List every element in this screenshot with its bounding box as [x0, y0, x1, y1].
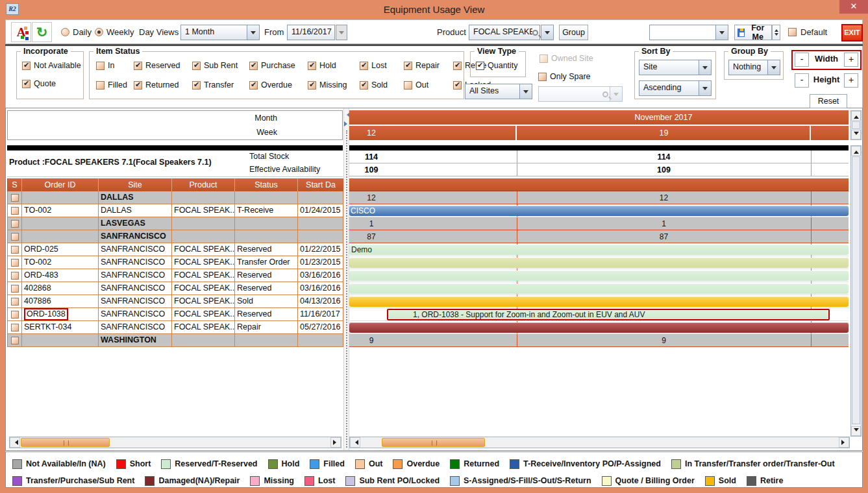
chevron-down-icon[interactable]	[519, 84, 532, 99]
scroll-right-icon[interactable]	[330, 437, 341, 448]
gantt-bar-transfer[interactable]	[349, 258, 849, 268]
chevron-down-icon[interactable]	[715, 25, 728, 40]
default-checkbox[interactable]	[788, 28, 797, 36]
status-missing[interactable]: Missing	[308, 80, 354, 90]
left-horizontal-scrollbar[interactable]	[9, 437, 341, 448]
sort-direction-select[interactable]: Ascending	[639, 80, 712, 96]
height-plus-button[interactable]: +	[844, 73, 858, 88]
gantt-row[interactable]	[349, 295, 849, 308]
checkbox-reserved[interactable]	[134, 62, 142, 70]
table-row-ord-025[interactable]: ORD-025SANFRANCISCOFOCAL SPEAK...Reserve…	[7, 243, 343, 256]
gantt-bar-reserved[interactable]	[349, 283, 849, 294]
gantt-bar-reserved[interactable]	[349, 271, 849, 281]
row-checkbox[interactable]	[11, 233, 19, 241]
right-horizontal-scrollbar[interactable]	[349, 437, 850, 448]
gantt-row[interactable]: 8787	[349, 230, 849, 243]
row-checkbox[interactable]	[11, 272, 19, 280]
checkbox-missing[interactable]	[308, 81, 316, 90]
gantt-bar-repair[interactable]	[349, 322, 849, 333]
incorporate-not-available[interactable]: Not Available	[22, 61, 81, 70]
chevron-down-icon[interactable]	[767, 60, 780, 75]
saved-view-select[interactable]	[649, 25, 728, 40]
checkbox-lost[interactable]	[360, 62, 368, 70]
status-reserved[interactable]: Reserved	[134, 61, 187, 70]
weekly-radio[interactable]	[95, 28, 103, 36]
row-checkbox[interactable]	[11, 194, 19, 202]
checkbox-sold[interactable]	[360, 81, 368, 90]
group-row-washington[interactable]: WASHINGTON	[7, 334, 343, 347]
day-views-select[interactable]: 1 Month	[180, 25, 260, 40]
format-color-button[interactable]: A	[11, 22, 31, 42]
scroll-left-icon[interactable]	[350, 437, 360, 448]
checkbox-locked[interactable]	[453, 81, 462, 90]
checkbox-repair[interactable]	[404, 62, 412, 70]
gantt-row[interactable]: 1212	[349, 191, 849, 204]
gantt-row[interactable]	[349, 282, 849, 295]
gantt-row[interactable]: 11	[349, 217, 849, 230]
status-transfer[interactable]: Transfer	[192, 80, 244, 90]
row-checkbox[interactable]	[11, 285, 19, 293]
vertical-splitter[interactable]	[343, 108, 349, 450]
scrollbar-thumb[interactable]	[382, 438, 485, 447]
scroll-left-icon[interactable]	[10, 437, 20, 448]
row-checkbox[interactable]	[11, 207, 19, 215]
status-overdue[interactable]: Overdue	[249, 80, 303, 90]
row-checkbox[interactable]	[11, 246, 19, 254]
status-sub-rent[interactable]: Sub Rent	[192, 61, 244, 70]
scrollbar-thumb[interactable]	[852, 156, 860, 424]
checkbox-purchase[interactable]	[249, 62, 258, 70]
checkbox-only-spare[interactable]	[538, 73, 547, 81]
exit-button[interactable]: EXIT	[841, 24, 863, 42]
product-dropdown[interactable]	[541, 25, 554, 40]
col-product[interactable]: Product	[172, 178, 235, 191]
group-by-select[interactable]: Nothing	[728, 60, 780, 75]
row-checkbox[interactable]	[11, 298, 19, 306]
checkbox-returned[interactable]	[134, 81, 142, 90]
reset-button[interactable]: Reset	[810, 94, 847, 108]
status-out[interactable]: Out	[404, 80, 448, 90]
checkbox-transfer[interactable]	[192, 81, 201, 90]
gantt-bar-reserved[interactable]: 1, ORD-1038 - Support for Zoom-in and Zo…	[387, 309, 830, 320]
table-row-ord-483[interactable]: ORD-483SANFRANCISCOFOCAL SPEAK...Reserve…	[7, 269, 343, 282]
gantt-bar-reserved[interactable]: Demo	[349, 245, 849, 255]
scroll-up-icon[interactable]	[851, 146, 861, 156]
checkbox-filled[interactable]	[96, 81, 105, 90]
status-in[interactable]: In	[96, 61, 129, 70]
gantt-row[interactable]: 99	[349, 334, 849, 347]
row-checkbox[interactable]	[11, 220, 19, 228]
chevron-down-icon[interactable]	[699, 81, 711, 95]
close-icon[interactable]: ✕	[839, 0, 868, 14]
gantt-bar-sold[interactable]	[349, 296, 849, 307]
from-date-dropdown[interactable]	[336, 25, 347, 40]
incorporate-quote[interactable]: Quote	[22, 79, 81, 88]
scrollbar-thumb[interactable]	[852, 121, 860, 129]
table-row-402868[interactable]: 402868SANFRANCISCOFOCAL SPEAK...Reserved…	[7, 282, 343, 295]
daily-radio[interactable]	[61, 28, 69, 36]
status-filled[interactable]: Filled	[96, 80, 129, 90]
group-row-lasvegas[interactable]: LASVEGAS	[7, 217, 343, 230]
scroll-up-icon[interactable]	[851, 111, 861, 121]
status-returned[interactable]: Returned	[134, 80, 187, 90]
gantt-vertical-scrollbar[interactable]	[850, 145, 862, 437]
gantt-row[interactable]: CISCO	[349, 204, 849, 217]
sites-select[interactable]: All Sites	[465, 84, 532, 99]
table-row-sertkt-034[interactable]: SERTKT-034SANFRANCISCOFOCAL SPEAK...Repa…	[7, 321, 343, 334]
product-search-field[interactable]: FOCAL SPEAKE...	[469, 25, 540, 40]
row-checkbox[interactable]	[11, 337, 19, 344]
col-s[interactable]: S	[8, 178, 22, 191]
checkbox-retire[interactable]	[453, 62, 462, 70]
checkbox-sub-rent[interactable]	[192, 62, 201, 70]
row-checkbox[interactable]	[11, 324, 19, 331]
checkbox-out[interactable]	[404, 81, 412, 90]
refresh-button[interactable]: ↻	[32, 22, 52, 42]
checkbox-quote[interactable]	[22, 80, 31, 88]
table-row-ord-1038[interactable]: ORD-1038SANFRANCISCOFOCAL SPEAK...Reserv…	[7, 308, 343, 321]
gantt-row[interactable]	[349, 269, 849, 282]
search-icon[interactable]	[532, 25, 539, 40]
gantt-row[interactable]: Demo	[349, 243, 849, 256]
header-vertical-scrollbar[interactable]	[850, 110, 862, 140]
sort-field-select[interactable]: Site	[639, 60, 712, 75]
status-repair[interactable]: Repair	[404, 61, 448, 70]
checkbox-quantity[interactable]	[476, 62, 484, 70]
checkbox-overdue[interactable]	[249, 81, 258, 90]
